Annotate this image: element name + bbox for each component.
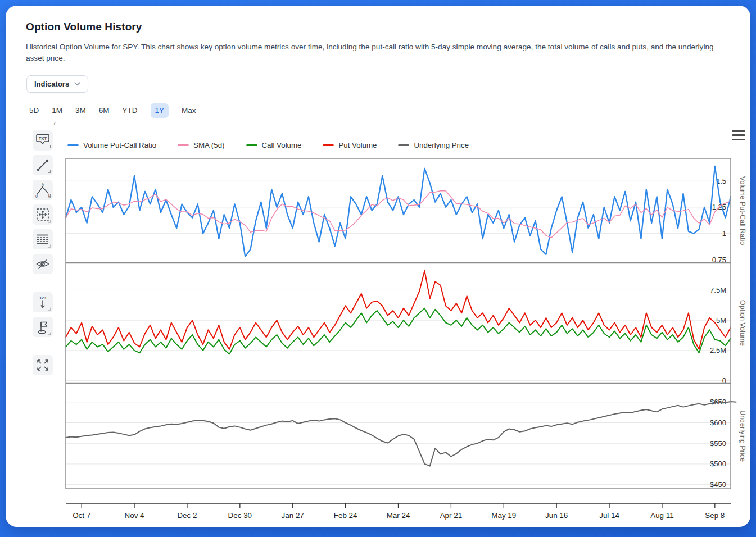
range-max[interactable]: Max — [182, 104, 196, 117]
angle-measure-tool-button[interactable]: A 0 B — [33, 180, 53, 200]
range-3m[interactable]: 3M — [75, 104, 86, 117]
marquee-move-icon — [33, 205, 52, 224]
page-description: Historical Option Volume for SPY. This c… — [26, 42, 728, 64]
x-tick-label: Jul 14 — [599, 511, 619, 520]
x-tick-label: May 19 — [491, 511, 516, 520]
legend-label: Call Volume — [262, 141, 302, 149]
y-tick-label: 1 — [722, 229, 726, 238]
flag-marker-tool-button[interactable] — [33, 317, 53, 337]
x-tick-label: Feb 24 — [334, 511, 357, 520]
series-underlying-price — [66, 402, 736, 466]
range-1y-selected[interactable]: 1Y — [151, 103, 169, 118]
x-tick-label: Jan 27 — [282, 511, 304, 520]
range-5d[interactable]: 5D — [29, 104, 39, 117]
chart-legend: Volume Put-Call Ratio SMA (5d) Call Volu… — [67, 140, 469, 150]
expand-icon — [33, 356, 52, 375]
chevron-down-icon — [74, 82, 80, 86]
put-volume-line-swatch — [323, 144, 334, 146]
svg-text:TXT: TXT — [39, 136, 47, 141]
page-background: { "page": { "title": "Option Volume Hist… — [0, 0, 756, 537]
parallel-lines-tool-button[interactable] — [33, 229, 53, 249]
y-tick-label: $450 — [710, 480, 726, 489]
text-note-tool-button[interactable]: TXT — [33, 130, 53, 151]
y-tick-label: 5M — [716, 316, 726, 325]
legend-label: Volume Put-Call Ratio — [83, 141, 156, 149]
x-tick-label: Sep 8 — [705, 511, 725, 520]
call-volume-line-swatch — [246, 144, 257, 146]
expand-tool-button[interactable] — [33, 355, 53, 375]
svg-text:123: 123 — [39, 296, 46, 300]
indicators-button[interactable]: Indicators — [26, 75, 88, 93]
legend-label: Put Volume — [338, 141, 377, 149]
marquee-move-tool-button[interactable] — [33, 204, 53, 225]
x-tick-label: Dec 30 — [228, 511, 252, 520]
svg-text:0: 0 — [35, 194, 38, 198]
toolbar-spacer — [33, 342, 53, 351]
legend-label: SMA (5d) — [193, 141, 224, 149]
y-axis-title: Volume Put-Call Ratio — [739, 176, 746, 245]
x-tick-label: Apr 21 — [440, 511, 462, 520]
x-tick-label: Mar 24 — [387, 511, 410, 520]
drawing-toolbar: TXT A 0 B — [33, 130, 53, 375]
chart-plot-area[interactable]: 1.51.2510.75Volume Put-Call Ratio7.5M5M2… — [58, 156, 750, 527]
range-ytd[interactable]: YTD — [123, 104, 138, 117]
y-tick-label: $550 — [710, 439, 726, 448]
legend-item-call-volume[interactable]: Call Volume — [246, 141, 302, 149]
option-volume-chart[interactable]: 1.51.2510.75Volume Put-Call Ratio7.5M5M2… — [58, 156, 750, 527]
time-range-selector: 5D 1M 3M 6M YTD 1Y Max — [29, 104, 196, 117]
series-sma-5d- — [66, 191, 731, 238]
x-tick-label: Oct 7 — [73, 511, 90, 520]
y-tick-label: 2.5M — [710, 346, 726, 354]
toolbar-spacer — [33, 279, 53, 288]
series-volume-put-call-ratio — [66, 166, 731, 257]
y-tick-label: $500 — [710, 459, 726, 468]
put-call-ratio-line-swatch — [67, 144, 79, 146]
indicators-button-label: Indicators — [34, 80, 69, 88]
range-6m[interactable]: 6M — [99, 104, 110, 117]
legend-item-put-volume[interactable]: Put Volume — [323, 141, 377, 149]
text-note-icon: TXT — [33, 131, 52, 150]
trend-line-tool-button[interactable] — [33, 155, 53, 175]
series-call-volume — [66, 308, 731, 354]
x-tick-label: Aug 11 — [650, 511, 673, 520]
trend-line-icon — [33, 156, 52, 175]
x-tick-label: Jun 16 — [545, 511, 568, 520]
hide-drawings-tool-button[interactable] — [33, 254, 53, 274]
sma-line-swatch — [178, 144, 189, 146]
toolbar-collapse-chevron-icon[interactable]: ‹ — [51, 120, 58, 128]
y-tick-label: 7.5M — [710, 286, 726, 294]
svg-text:A: A — [42, 183, 44, 186]
legend-item-underlying-price[interactable]: Underlying Price — [398, 141, 469, 149]
range-1m[interactable]: 1M — [52, 104, 62, 117]
chart-card: Option Volume History Historical Option … — [6, 6, 750, 527]
numbers-arrow-icon: 123 — [33, 293, 52, 312]
eye-off-icon — [33, 254, 52, 274]
flag-marker-icon — [33, 317, 52, 336]
y-axis-title: Underlying Price — [739, 410, 746, 462]
underlying-price-line-swatch — [398, 144, 409, 146]
numbers-arrow-tool-button[interactable]: 123 — [33, 292, 53, 312]
x-tick-label: Dec 2 — [177, 511, 197, 520]
legend-item-put-call-ratio[interactable]: Volume Put-Call Ratio — [67, 141, 156, 149]
y-tick-label: $600 — [710, 418, 726, 427]
y-axis-title: Option Volume — [739, 300, 746, 346]
legend-label: Underlying Price — [414, 141, 469, 149]
legend-item-sma[interactable]: SMA (5d) — [178, 141, 224, 149]
parallel-lines-icon — [33, 230, 52, 249]
angle-measure-icon: A 0 B — [33, 180, 52, 199]
series-put-volume — [66, 271, 731, 349]
page-title: Option Volume History — [26, 21, 142, 33]
chart-menu-hamburger-icon[interactable] — [732, 130, 745, 140]
x-tick-label: Nov 4 — [125, 511, 145, 520]
